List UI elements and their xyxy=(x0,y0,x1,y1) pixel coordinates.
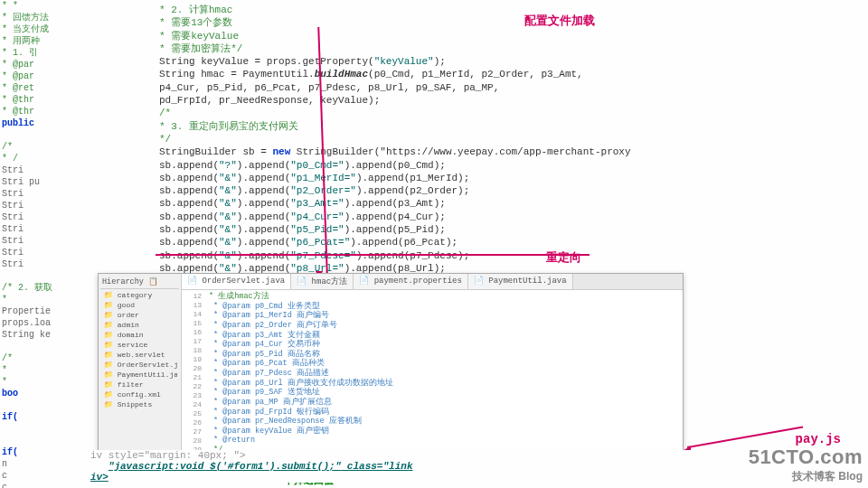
sidebar-item[interactable]: 📁 config.xml xyxy=(102,389,177,399)
sidebar-item[interactable]: 📁 filter xyxy=(102,380,177,389)
sidebar-item[interactable]: 📁 order xyxy=(102,310,177,320)
underline-redirect xyxy=(156,254,590,256)
sidebar-item[interactable]: 📁 good xyxy=(102,300,177,310)
ide-gutter: 1213141516171819202122232425262728293031… xyxy=(182,290,205,451)
bottom-html-snippet: iv style="margin: 40px; "> "javascript:v… xyxy=(90,450,778,483)
ide-tabs: 📄 OrderServlet.java📄 hmac方法📄 payment.pro… xyxy=(182,274,683,290)
sidebar-item[interactable]: 📁 PaymentUtil.jav xyxy=(102,370,177,380)
ide-tab[interactable]: 📄 OrderServlet.java xyxy=(182,274,291,289)
floating-ide: Hierarchy 📋 📁 category📁 good📁 order📁 adm… xyxy=(98,273,684,452)
sidebar-item[interactable]: 📁 service xyxy=(102,340,177,350)
watermark-sub: 技术博客 Blog xyxy=(749,469,863,484)
ide-tab[interactable]: 📄 PaymentUtil.java xyxy=(468,274,573,289)
watermark: 51CTO.com 技术博客 Blog xyxy=(749,446,863,484)
sidebar-item[interactable]: 📁 Snippets xyxy=(102,399,177,409)
sidebar-item[interactable]: 📁 web.servlet xyxy=(102,350,177,360)
sidebar-header: Hierarchy 📋 xyxy=(100,276,179,289)
annotation-payjs: pay.js xyxy=(796,432,841,446)
watermark-domain: 51CTO.com xyxy=(749,446,863,469)
annotation-redirect: 重定向 xyxy=(546,249,581,266)
ide-tab[interactable]: 📄 hmac方法 xyxy=(291,274,354,289)
sidebar-item[interactable]: 📁 domain xyxy=(102,330,177,340)
ide-tab[interactable]: 📄 payment.properties xyxy=(354,274,468,289)
ide-content: * 生成hmac方法 * @param p0_Cmd 业务类型 * @param… xyxy=(205,290,683,451)
sidebar-item[interactable]: 📁 OrderServlet.jav xyxy=(102,360,177,370)
annotation-config: 配置文件加载 xyxy=(524,13,595,29)
sidebar-item[interactable]: 📁 category xyxy=(102,290,177,300)
ide-sidebar: Hierarchy 📋 📁 category📁 good📁 order📁 adm… xyxy=(99,274,182,451)
sidebar-item[interactable]: 📁 admin xyxy=(102,320,177,330)
left-partial-code: * ** 回馈方法* 当支付成* 用两种* 1. 引* @par* @par* … xyxy=(2,0,92,488)
